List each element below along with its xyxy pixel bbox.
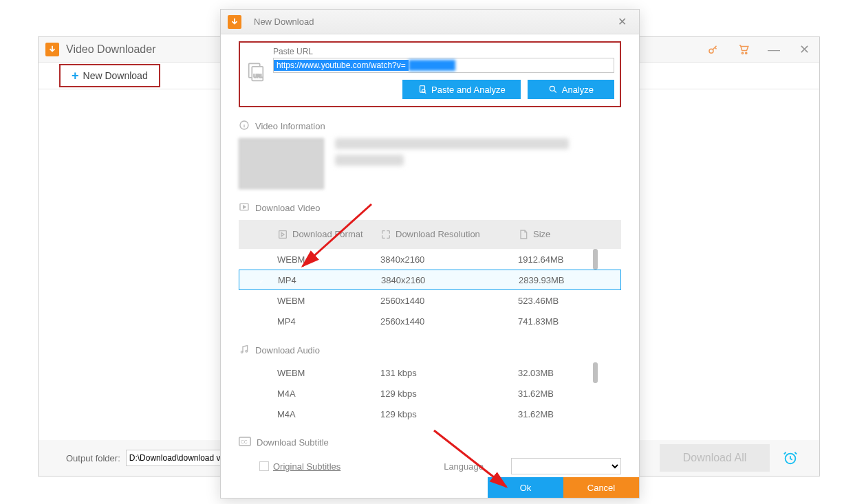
video-thumbnail [239, 138, 324, 189]
dialog-title: New Download [254, 17, 314, 27]
resolution-cell: 3840x2160 [380, 254, 518, 265]
resolution-cell: 2560x1440 [380, 316, 518, 327]
url-value: https://www.youtube.com/watch?v= [274, 60, 409, 71]
size-cell: 32.03MB [518, 368, 621, 378]
paste-url-label: Paste URL [273, 47, 614, 56]
size-cell: 1912.64MB [518, 254, 621, 265]
svg-point-2 [746, 52, 747, 54]
svg-point-9 [550, 86, 554, 91]
close-icon[interactable]: ✕ [789, 37, 819, 62]
svg-text:URL: URL [254, 74, 263, 78]
app-title: Video Downloader [66, 43, 155, 56]
video-table-header: Download Format Download Resolution Size [239, 220, 621, 249]
size-cell: 741.83MB [518, 316, 621, 327]
format-cell: WEBM [277, 296, 380, 306]
paste-and-analyze-button[interactable]: Paste and Analyze [402, 80, 521, 99]
highlight-box-url: URL Paste URL https://www.youtube.com/wa… [239, 41, 621, 107]
svg-point-1 [742, 52, 743, 54]
download-subtitle-header: CC Download Subtitle [239, 437, 621, 448]
audio-row[interactable]: M4A129 kbps31.62MB [239, 404, 621, 424]
bitrate-cell: 129 kbps [380, 409, 518, 419]
resolution-cell: 3840x2160 [381, 275, 519, 285]
dialog-footer: Ok Cancel [221, 477, 639, 498]
analyze-button[interactable]: Analyze [528, 80, 614, 99]
video-info-block [239, 138, 621, 189]
resolution-cell: 2560x1440 [380, 296, 518, 306]
format-cell: MP4 [278, 275, 381, 285]
audio-scrollbar[interactable] [593, 362, 598, 383]
size-cell: 31.62MB [518, 409, 621, 419]
new-download-label: New Download [83, 70, 148, 81]
paste-analyze-label: Paste and Analyze [431, 85, 506, 95]
key-icon[interactable] [698, 37, 728, 62]
size-icon [518, 229, 529, 240]
svg-point-13 [241, 351, 243, 353]
video-icon [239, 201, 250, 215]
language-label: Language [444, 461, 484, 472]
plus-icon: + [72, 69, 79, 83]
output-folder-label: Output folder: [66, 453, 120, 463]
svg-text:CC: CC [241, 439, 248, 444]
dialog-close-icon[interactable]: ✕ [612, 12, 632, 31]
cancel-button[interactable]: Cancel [563, 477, 639, 498]
video-scrollbar[interactable] [593, 249, 598, 270]
resolution-icon [380, 229, 391, 240]
url-input[interactable]: https://www.youtube.com/watch?v=xxxxxxxx… [273, 58, 614, 73]
analyze-label: Analyze [562, 85, 594, 95]
info-icon [239, 120, 250, 133]
dialog-titlebar: New Download ✕ [221, 10, 639, 34]
format-cell: MP4 [277, 316, 380, 327]
video-information-header: Video Information [239, 120, 621, 133]
clipboard-url-icon: URL [246, 47, 266, 99]
format-cell: M4A [277, 388, 380, 399]
video-row[interactable]: MP42560x1440741.83MB [239, 311, 621, 331]
format-cell: WEBM [277, 368, 380, 378]
video-row[interactable]: WEBM3840x21601912.64MB [239, 249, 621, 270]
dialog-logo-icon [228, 15, 241, 29]
original-subtitles-checkbox[interactable]: Original Subtitles [259, 461, 340, 472]
format-cell: M4A [277, 409, 380, 419]
size-cell: 31.62MB [518, 388, 621, 399]
svg-point-0 [709, 49, 713, 53]
video-title-blurred [335, 138, 569, 149]
new-download-dialog: New Download ✕ URL Paste URL https://www… [220, 9, 640, 498]
language-select[interactable] [511, 458, 621, 474]
new-download-button[interactable]: + New Download [61, 65, 159, 86]
alarm-clock-icon[interactable] [775, 444, 805, 472]
svg-point-14 [246, 350, 248, 352]
size-cell: 523.46MB [518, 296, 621, 306]
cart-icon[interactable] [728, 37, 759, 62]
download-audio-header: Download Audio [239, 344, 621, 357]
audio-row[interactable]: WEBM131 kbps32.03MB [239, 362, 621, 383]
audio-icon [239, 344, 250, 357]
video-subtitle-blurred [335, 155, 404, 166]
download-video-header: Download Video [239, 201, 621, 215]
download-all-button[interactable]: Download All [660, 444, 770, 472]
format-cell: WEBM [277, 254, 380, 265]
output-folder-input[interactable] [126, 450, 236, 466]
bitrate-cell: 131 kbps [380, 368, 518, 378]
url-blurred-part: xxxxxxxxxx [409, 60, 455, 71]
cc-icon: CC [239, 437, 251, 448]
checkbox-icon [259, 461, 269, 471]
svg-rect-12 [279, 231, 287, 239]
ok-button[interactable]: Ok [488, 477, 563, 498]
minimize-icon[interactable]: — [759, 37, 789, 62]
highlight-box-new-download: + New Download [59, 64, 160, 87]
size-cell: 2839.93MB [519, 275, 620, 285]
video-row[interactable]: WEBM2560x1440523.46MB [239, 290, 621, 311]
bitrate-cell: 129 kbps [380, 388, 518, 399]
app-logo-icon [45, 43, 59, 56]
format-icon [277, 229, 288, 240]
audio-row[interactable]: M4A129 kbps31.62MB [239, 383, 621, 404]
video-row[interactable]: MP43840x21602839.93MB [239, 270, 621, 290]
